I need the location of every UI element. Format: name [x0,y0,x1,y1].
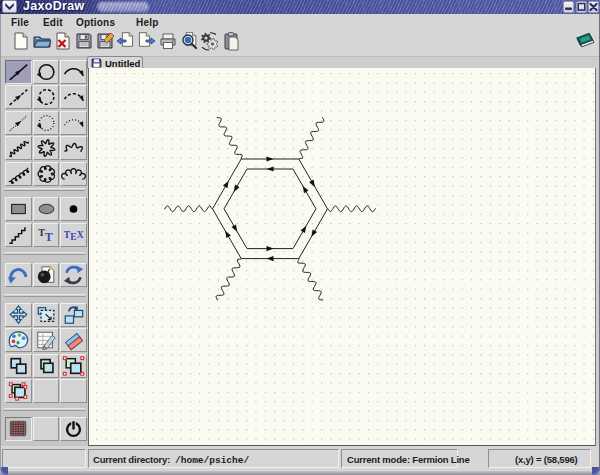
svg-text:TEX: TEX [64,228,84,241]
svg-text:T: T [44,230,52,244]
